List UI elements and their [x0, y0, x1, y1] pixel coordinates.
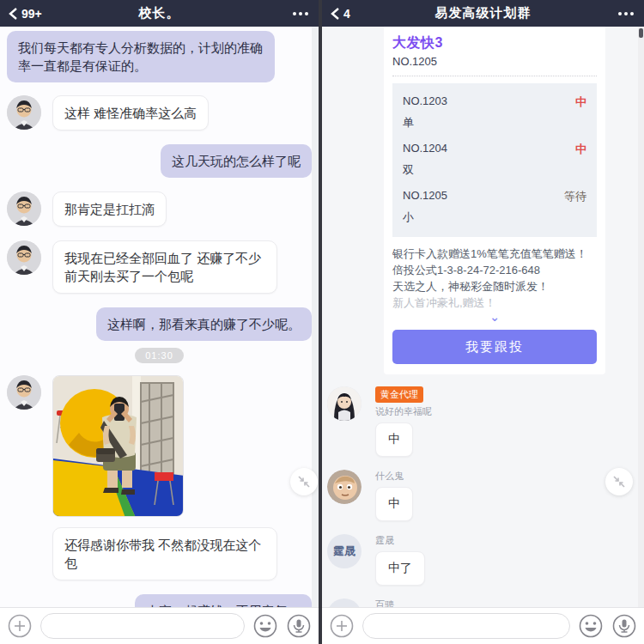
- compress-arrows-icon: [297, 475, 311, 489]
- timestamp: 01:30: [135, 348, 184, 363]
- chevron-left-icon: [331, 8, 340, 20]
- message-bubble: 中了: [375, 551, 425, 586]
- message-bubble: 这样 难怪准确率这么高: [52, 95, 209, 131]
- man-avatar-icon: [7, 191, 41, 226]
- chat-title: 校长。: [139, 5, 180, 21]
- scrollbar-thumb[interactable]: [639, 28, 643, 38]
- promo-line-faded: 新人首冲豪礼,赠送！: [392, 295, 597, 311]
- chevron-down-icon: ⌄: [489, 310, 500, 324]
- message-bubble: 中: [375, 487, 413, 521]
- right-input-bar: [322, 607, 644, 644]
- message-bubble: 还得感谢你带我 不然都没现在这个包: [52, 527, 277, 580]
- member-name: 百骋: [375, 598, 394, 607]
- dotted-divider: [392, 76, 597, 76]
- man-avatar-icon: [7, 95, 41, 130]
- microphone-icon: [287, 614, 311, 638]
- avatar-man[interactable]: [7, 191, 41, 226]
- message-input[interactable]: [362, 613, 570, 639]
- playground-selfie-photo: [53, 376, 184, 517]
- message-bubble: 我们每天都有专人分析数据的，计划的准确率一直都是有保证的。: [7, 31, 275, 82]
- expand-more-button[interactable]: ⌄: [392, 313, 597, 321]
- group-message: 黄金代理 说好的幸福呢 中: [327, 386, 644, 457]
- group-chat-body: 大发快3 NO.1205 NO.1203 中 单 NO.1204: [322, 27, 644, 607]
- member-name: 什么鬼: [375, 470, 404, 483]
- more-menu-button[interactable]: [617, 9, 635, 19]
- plan-row: NO.1203 中 单: [403, 88, 586, 136]
- voice-button[interactable]: [611, 613, 637, 639]
- plan-row-issue: NO.1205: [403, 189, 447, 204]
- group-chat-panel: 4 易发高级计划群 大发快3 NO.1205 NO.1203 中 单: [322, 0, 644, 644]
- group-message: 什么鬼 中: [327, 470, 644, 521]
- smiley-icon: [579, 614, 603, 638]
- follow-bet-button[interactable]: 我要跟投: [392, 330, 597, 364]
- plan-row-pick: 双: [403, 162, 586, 178]
- emoji-button[interactable]: [578, 613, 604, 639]
- plan-row-issue: NO.1203: [403, 94, 447, 110]
- attach-plus-button[interactable]: [7, 613, 33, 639]
- collapse-float-button[interactable]: [290, 468, 318, 495]
- message-bubble: 大家一起赚钱，不用客气。: [135, 594, 312, 607]
- member-badge: 黄金代理: [375, 386, 423, 403]
- plan-current-issue: NO.1205: [392, 55, 597, 68]
- private-chat-panel: 99+ 校长。 我们每天都有专人分析数据的，计划的准确率一直都是有保证的。: [0, 0, 319, 644]
- plan-row-pick: 小: [403, 210, 586, 225]
- smiley-icon: [253, 614, 277, 638]
- baby-avatar-icon: [327, 470, 361, 504]
- collapse-float-button[interactable]: [605, 468, 633, 495]
- unread-count: 4: [343, 7, 350, 21]
- left-panel-scroll-track[interactable]: [312, 27, 319, 644]
- avatar-man[interactable]: [7, 95, 41, 130]
- message-bubble: 这样啊，那看来真的赚了不少呢。: [96, 307, 312, 341]
- plan-game-title: 大发快3: [392, 34, 597, 52]
- avatar-man[interactable]: [7, 240, 41, 275]
- group-chat-header: 4 易发高级计划群: [322, 0, 644, 27]
- chat-title: 易发高级计划群: [435, 5, 532, 21]
- plan-row-pick: 单: [403, 115, 586, 131]
- avatar-text[interactable]: 霆晟: [327, 534, 361, 568]
- private-chat-header: 99+ 校长。: [0, 0, 319, 27]
- unread-count: 99+: [21, 7, 42, 21]
- avatar-girl[interactable]: [327, 386, 361, 421]
- avatar-man[interactable]: [7, 375, 41, 410]
- man-avatar-icon: [7, 375, 41, 410]
- plan-row: NO.1205 等待 小: [403, 183, 586, 230]
- promo-text-block: 银行卡入款赠送1%笔笔充值笔笔赠送！ 倍投公式1-3-8-24-72-216-6…: [392, 246, 597, 311]
- back-button[interactable]: 99+: [9, 7, 60, 21]
- member-name: 说好的幸福呢: [375, 405, 432, 418]
- attach-plus-button[interactable]: [329, 613, 355, 639]
- message-bubble: 那肯定是扛扛滴: [52, 191, 167, 227]
- group-message: 霆晟 霆晟 中了: [327, 534, 644, 586]
- avatar-baby[interactable]: [327, 470, 361, 504]
- avatar-text[interactable]: 百骋: [327, 598, 361, 607]
- message-bubble: 这几天玩的怎么样了呢: [161, 144, 312, 178]
- plan-row-result: 中: [575, 142, 586, 157]
- girl-avatar-icon: [327, 386, 361, 421]
- man-avatar-icon: [7, 240, 41, 275]
- promo-line: 倍投公式1-3-8-24-72-216-648: [392, 262, 597, 278]
- dual-chat-screenshot: 99+ 校长。 我们每天都有专人分析数据的，计划的准确率一直都是有保证的。: [0, 0, 644, 644]
- message-bubble: 我现在已经全部回血了 还赚了不少 前天刚去买了一个包呢: [52, 240, 277, 294]
- emoji-button[interactable]: [252, 613, 278, 639]
- member-name: 霆晟: [375, 534, 394, 547]
- photo-message[interactable]: [52, 375, 184, 517]
- plan-row-result: 中: [575, 94, 586, 110]
- plan-row: NO.1204 中 双: [403, 136, 586, 183]
- message-bubble: 中: [375, 422, 413, 457]
- private-chat-body: 我们每天都有专人分析数据的，计划的准确率一直都是有保证的。 这样: [0, 27, 319, 607]
- avatar-initials: 霆晟: [333, 544, 355, 559]
- plan-results-table: NO.1203 中 单 NO.1204 中 双: [392, 83, 597, 237]
- promo-line: 银行卡入款赠送1%笔笔充值笔笔赠送！: [392, 246, 597, 262]
- left-input-bar: [0, 607, 319, 644]
- plus-icon: [8, 614, 32, 638]
- right-panel-scroll-track[interactable]: [638, 27, 644, 644]
- group-message: 百骋 百骋 五连中，计划牛逼啊。: [327, 598, 644, 607]
- plus-icon: [330, 614, 354, 638]
- more-menu-button[interactable]: [291, 9, 310, 19]
- back-button[interactable]: 4: [331, 7, 382, 21]
- voice-button[interactable]: [286, 613, 312, 639]
- message-input[interactable]: [40, 613, 245, 639]
- microphone-icon: [612, 614, 636, 638]
- compress-arrows-icon: [612, 475, 626, 489]
- lottery-plan-card: 大发快3 NO.1205 NO.1203 中 单 NO.1204: [384, 27, 605, 374]
- promo-line: 天选之人，神秘彩金随时派发！: [392, 278, 597, 295]
